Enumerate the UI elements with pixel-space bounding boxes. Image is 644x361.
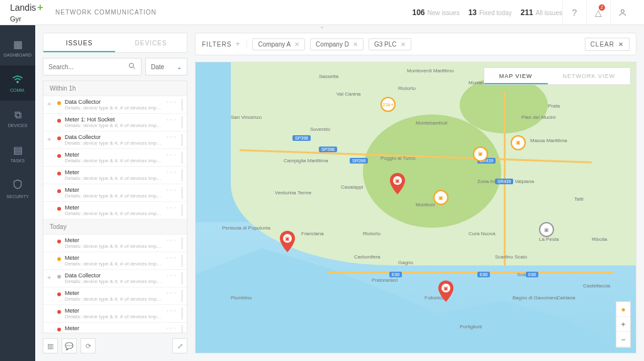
action-icon[interactable]: ▫ <box>166 99 168 105</box>
action-icon[interactable]: ▫ <box>174 116 176 123</box>
chevron-down-icon[interactable]: ⌄ <box>319 23 325 30</box>
issue-row[interactable]: MeterDetails: device type & #, # of devi… <box>43 305 187 323</box>
search-input[interactable] <box>48 64 128 70</box>
action-icon[interactable]: ▫ <box>166 255 168 261</box>
expand-icon[interactable] <box>47 187 53 188</box>
action-icon[interactable]: ▫ <box>174 152 176 158</box>
action-icon[interactable]: ▫ <box>174 272 176 279</box>
action-icon[interactable]: ▫ <box>174 204 176 211</box>
map-pin-red[interactable]: ▣ <box>279 231 296 252</box>
expand-icon[interactable] <box>47 237 53 238</box>
action-icon[interactable]: ▫ <box>166 134 168 140</box>
expand-icon[interactable] <box>47 116 53 118</box>
action-icon[interactable]: ▫ <box>174 308 176 314</box>
action-icon[interactable]: ▫ <box>166 204 168 211</box>
map[interactable]: SassettaVal CaninaRiotortoSan VincenzoSu… <box>195 62 636 353</box>
date-dropdown[interactable]: Date ⌄ <box>145 58 187 75</box>
expand-icon[interactable] <box>47 169 53 170</box>
filter-chip[interactable]: G3 PLC✕ <box>369 38 411 50</box>
action-icon[interactable]: ▫ <box>174 99 176 105</box>
action-icon[interactable]: ▫ <box>170 204 172 211</box>
issue-row[interactable]: MeterDetails: device type & #, # of devi… <box>43 323 187 333</box>
nav-security[interactable]: SECURITY <box>0 171 35 206</box>
action-icon[interactable]: ▫ <box>174 169 176 175</box>
issue-row[interactable]: MeterDetails: device type & #, # of devi… <box>43 184 187 202</box>
toolbar-history-button[interactable]: ⟳ <box>80 338 96 353</box>
marker-orange[interactable]: ▣ <box>473 147 488 162</box>
action-icon[interactable]: ▫ <box>166 169 168 175</box>
action-icon[interactable]: ▫ <box>174 237 176 243</box>
close-icon[interactable]: ✕ <box>353 41 358 48</box>
action-icon[interactable]: ▫ <box>174 187 176 193</box>
nav-comm[interactable]: COMM. <box>0 65 35 101</box>
marker-orange[interactable]: ▣ <box>511 135 526 150</box>
brand-logo[interactable]: Landis+ Gyr <box>10 2 45 23</box>
filter-chip[interactable]: Company D✕ <box>310 38 364 50</box>
action-icon[interactable]: ▫ <box>170 308 172 314</box>
streetview-button[interactable]: ● <box>616 302 630 317</box>
expand-icon[interactable]: + <box>47 272 53 281</box>
action-icon[interactable]: ▫ <box>170 152 172 158</box>
close-icon[interactable]: ✕ <box>294 41 299 48</box>
nav-devices[interactable]: ⧉DEVICES <box>0 101 35 136</box>
issue-row[interactable]: MeterDetails: device type & #, # of devi… <box>43 235 187 252</box>
search-input-wrap[interactable] <box>43 58 142 75</box>
clear-filters-button[interactable]: CLEAR✕ <box>585 38 630 51</box>
profile-button[interactable] <box>610 1 634 25</box>
action-icon[interactable]: ▫ <box>170 187 172 193</box>
expand-icon[interactable] <box>47 255 53 256</box>
action-icon[interactable]: ▫ <box>166 325 168 331</box>
action-icon[interactable]: ▫ <box>166 116 168 123</box>
map-pin-red[interactable]: ▣ <box>438 280 454 302</box>
action-icon[interactable]: ▫ <box>170 325 172 331</box>
action-icon[interactable]: ▫ <box>174 325 176 331</box>
add-filter-button[interactable]: + <box>235 40 240 48</box>
action-icon[interactable]: ▫ <box>170 272 172 279</box>
issue-row[interactable]: MeterDetails: device type & #, # of devi… <box>43 167 187 184</box>
action-icon[interactable]: ▫ <box>174 290 176 296</box>
tab-issues[interactable]: ISSUES <box>43 33 115 52</box>
tab-devices[interactable]: DEVICES <box>115 33 187 52</box>
nav-dashboard[interactable]: ▦DASHBOARD <box>0 30 35 65</box>
action-icon[interactable]: ▫ <box>166 290 168 296</box>
expand-icon[interactable] <box>47 152 53 153</box>
expand-icon[interactable] <box>47 204 53 206</box>
expand-icon[interactable]: + <box>47 99 53 108</box>
expand-icon[interactable]: + <box>47 134 53 143</box>
action-icon[interactable]: ▫ <box>174 134 176 140</box>
filter-chip[interactable]: Company A✕ <box>252 38 305 50</box>
toolbar-expand-button[interactable]: ⤢ <box>172 338 187 353</box>
action-icon[interactable]: ▫ <box>170 290 172 296</box>
action-icon[interactable]: ▫ <box>170 116 172 123</box>
action-icon[interactable]: ▫ <box>166 237 168 243</box>
help-button[interactable]: ? <box>562 1 586 25</box>
close-icon[interactable]: ✕ <box>401 41 406 48</box>
zoom-out-button[interactable]: − <box>616 332 630 347</box>
issue-row[interactable]: + Data CollectorDetails: device type & #… <box>43 270 187 287</box>
alerts-button[interactable]: △2 <box>586 1 610 25</box>
action-icon[interactable]: ▫ <box>170 169 172 175</box>
toolbar-comment-button[interactable]: 💬 <box>62 338 77 353</box>
action-icon[interactable]: ▫ <box>170 99 172 105</box>
map-view-tab[interactable]: MAP VIEW <box>484 68 548 84</box>
issue-row[interactable]: MeterDetails: device type & #, # of devi… <box>43 252 187 270</box>
action-icon[interactable]: ▫ <box>170 255 172 261</box>
nav-tasks[interactable]: ▤TASKS <box>0 136 35 171</box>
issue-row[interactable]: MeterDetails: device type & #, # of devi… <box>43 287 187 305</box>
expand-icon[interactable] <box>47 290 53 291</box>
action-icon[interactable]: ▫ <box>166 187 168 193</box>
action-icon[interactable]: ▫ <box>166 308 168 314</box>
action-icon[interactable]: ▫ <box>170 134 172 140</box>
toolbar-archive-button[interactable]: ▥ <box>43 338 58 353</box>
map-pin-red[interactable]: ▣ <box>389 173 406 194</box>
marker-grey[interactable]: ▣ <box>539 222 554 237</box>
zoom-in-button[interactable]: + <box>616 317 630 332</box>
action-icon[interactable]: ▫ <box>174 255 176 261</box>
issue-row[interactable]: Meter 1: Hot SocketDetails: device type … <box>43 114 187 131</box>
issue-row[interactable]: + Data CollectorDetails: device type & #… <box>43 96 187 114</box>
issue-row[interactable]: MeterDetails: device type & #, # of devi… <box>43 202 187 219</box>
expand-icon[interactable] <box>47 325 53 326</box>
expand-icon[interactable] <box>47 308 53 309</box>
issue-row[interactable]: + Data CollectorDetails: device type & #… <box>43 131 187 149</box>
issue-row[interactable]: MeterDetails: device type & #, # of devi… <box>43 149 187 167</box>
